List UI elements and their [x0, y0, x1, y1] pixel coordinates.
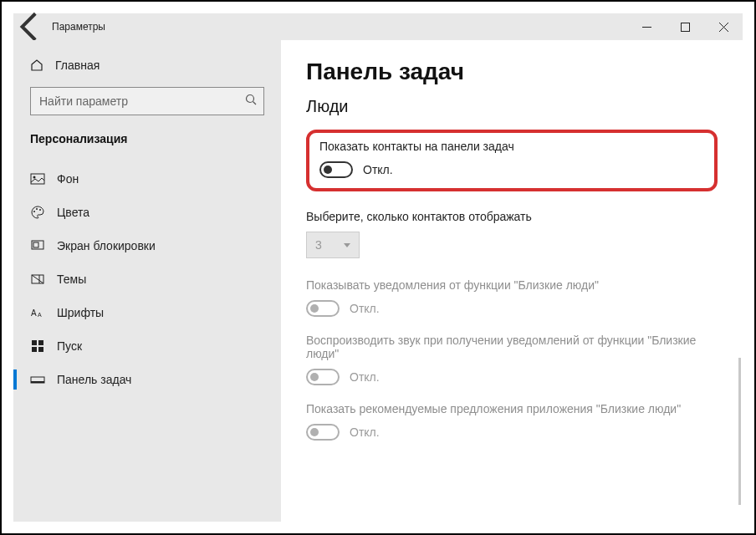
svg-point-4 [247, 95, 254, 103]
svg-rect-19 [38, 347, 43, 352]
sidebar-item-label: Шрифты [57, 306, 104, 319]
count-select[interactable]: 3 [306, 232, 360, 258]
lockscreen-icon [30, 238, 45, 253]
themes-icon [30, 272, 45, 287]
section-label: Персонализация [13, 115, 281, 152]
sidebar-item-background[interactable]: Фон [13, 162, 281, 196]
svg-rect-17 [38, 340, 43, 345]
minimize-button[interactable] [627, 13, 666, 40]
svg-point-10 [39, 209, 41, 211]
sidebar: Главная Персонализация Фон [13, 40, 281, 522]
start-icon [30, 339, 45, 354]
suggest-label: Показать рекомендуемые предложения прило… [306, 402, 718, 415]
svg-text:A: A [38, 312, 42, 318]
highlighted-setting: Показать контакты на панели задач Откл. [306, 130, 718, 191]
sidebar-item-label: Фон [57, 172, 79, 186]
sound-toggle[interactable] [306, 369, 340, 385]
sidebar-item-label: Цвета [57, 206, 89, 219]
sidebar-item-lockscreen[interactable]: Экран блокировки [13, 229, 281, 262]
sidebar-item-fonts[interactable]: AA Шрифты [13, 296, 281, 329]
sidebar-item-themes[interactable]: Темы [13, 262, 281, 296]
count-value: 3 [315, 238, 322, 252]
section-heading: Люди [306, 97, 718, 116]
fonts-icon: AA [30, 305, 45, 320]
suggest-toggle[interactable] [306, 424, 340, 441]
notif-state: Откл. [350, 302, 380, 315]
page-title: Панель задач [306, 59, 718, 85]
svg-rect-18 [32, 347, 37, 352]
sidebar-item-label: Экран блокировки [57, 239, 156, 252]
home-icon [30, 59, 43, 72]
svg-point-9 [36, 208, 38, 210]
scrollbar[interactable] [738, 358, 741, 505]
suggest-state: Откл. [350, 425, 380, 439]
svg-rect-16 [32, 340, 37, 345]
sound-state: Откл. [350, 370, 380, 384]
title-bar: Параметры [13, 13, 743, 40]
svg-rect-12 [33, 242, 38, 247]
count-label: Выберите, сколько контактов отображать [306, 210, 718, 223]
home-label: Главная [55, 59, 100, 72]
svg-rect-1 [681, 23, 689, 31]
content-pane: Панель задач Люди Показать контакты на п… [281, 40, 743, 522]
search-box[interactable] [30, 87, 264, 115]
svg-rect-21 [31, 381, 44, 383]
sidebar-item-start[interactable]: Пуск [13, 329, 281, 363]
sound-label: Воспроизводить звук при получении уведом… [306, 334, 718, 360]
sidebar-item-label: Панель задач [57, 373, 131, 386]
sidebar-item-colors[interactable]: Цвета [13, 196, 281, 229]
sidebar-item-label: Пуск [57, 339, 82, 353]
contacts-toggle[interactable] [319, 161, 353, 178]
back-button[interactable] [13, 13, 49, 40]
maximize-button[interactable] [666, 13, 704, 40]
notif-toggle[interactable] [306, 300, 340, 317]
sidebar-item-taskbar[interactable]: Панель задач [13, 363, 281, 396]
taskbar-icon [30, 372, 45, 387]
svg-point-8 [33, 211, 35, 212]
palette-icon [30, 205, 45, 220]
svg-line-5 [253, 102, 257, 105]
picture-icon [30, 171, 45, 186]
window-title: Параметры [52, 21, 105, 33]
contacts-toggle-label: Показать контакты на панели задач [319, 140, 704, 153]
close-button[interactable] [704, 13, 743, 40]
sidebar-item-label: Темы [57, 273, 86, 286]
search-icon [245, 94, 257, 109]
search-input[interactable] [31, 94, 263, 108]
notif-label: Показывать уведомления от функции "Близк… [306, 278, 718, 292]
contacts-toggle-state: Откл. [363, 163, 393, 176]
home-link[interactable]: Главная [13, 52, 281, 79]
svg-point-7 [33, 176, 36, 179]
svg-text:A: A [31, 308, 37, 318]
